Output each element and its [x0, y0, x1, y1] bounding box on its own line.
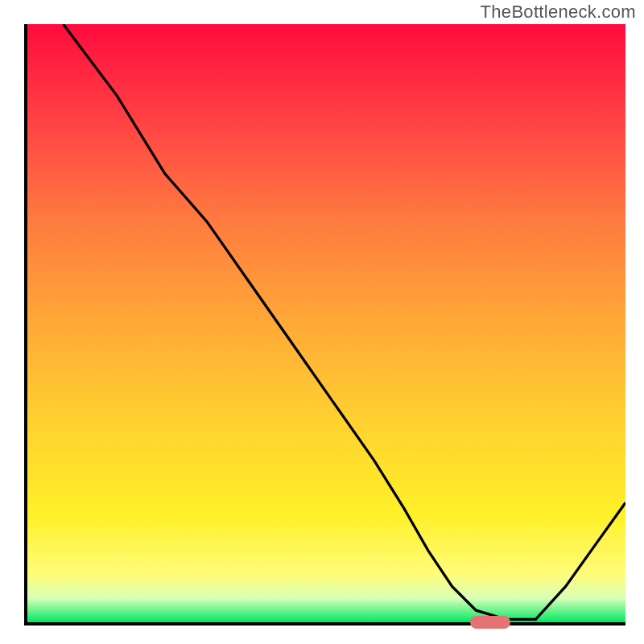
curve-path: [64, 24, 625, 619]
plot-area: [24, 24, 625, 625]
bottleneck-curve: [27, 24, 625, 622]
optimum-marker: [470, 616, 510, 629]
watermark-text: TheBottleneck.com: [481, 2, 636, 23]
chart-container: TheBottleneck.com: [0, 0, 644, 644]
